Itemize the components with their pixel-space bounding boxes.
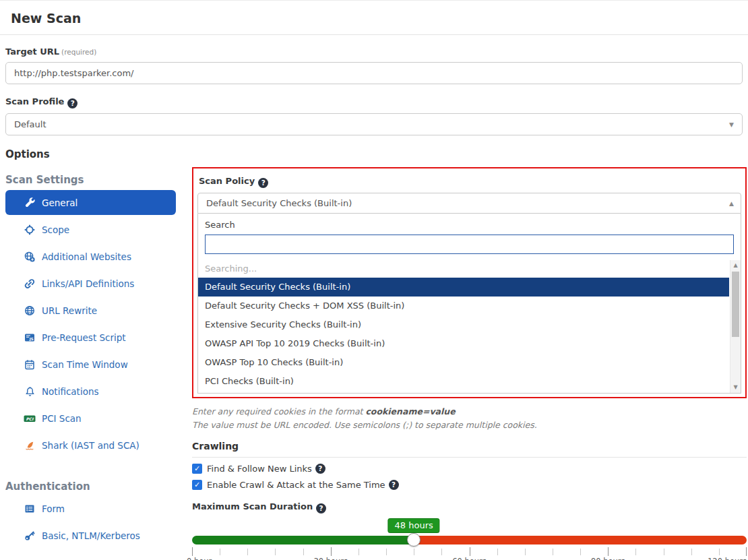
max-scan-duration-help-icon[interactable] — [316, 503, 326, 514]
new-scan-page: New Scan Target URL(required) Scan Profi… — [0, 0, 748, 560]
calendar-icon — [24, 359, 36, 371]
scan-profile-label-row: Scan Profile — [5, 94, 743, 108]
cookies-hint-line1: Enter any required cookies in the format… — [192, 405, 747, 418]
bell-icon — [24, 386, 36, 398]
crawl-attack-same-time-row: Enable Crawl & Attack at the Same Time — [192, 480, 747, 490]
max-scan-duration-row: Maximum Scan Duration — [192, 499, 747, 514]
scan-profile-help-icon[interactable] — [67, 98, 77, 108]
chevron-up-icon: ▲ — [729, 201, 734, 207]
sidebar-item-label: Scan Time Window — [42, 359, 128, 370]
scan-policy-option[interactable]: Default Security Checks (Built-in) — [198, 278, 729, 297]
svg-text:PCI: PCI — [26, 416, 34, 421]
sidebar-item-label: Notifications — [42, 386, 99, 397]
scan-policy-option[interactable]: PCI Checks (Built-in) — [198, 372, 729, 391]
tick-label: 90 hours — [591, 557, 625, 560]
sidebar-item-url-rewrite[interactable]: URL Rewrite — [5, 297, 192, 324]
chain-link-icon — [24, 278, 36, 290]
scan-policy-option[interactable]: OWASP Top 10 Checks (Built-in) — [198, 353, 729, 372]
crawl-attack-help-icon[interactable] — [389, 480, 399, 490]
sidebar-item-label: Additional Websites — [42, 251, 131, 262]
sidebar-item-general[interactable]: General — [5, 190, 176, 215]
slider-value-badge: 48 hours — [388, 518, 440, 533]
shark-fin-icon — [24, 440, 36, 452]
cookies-hint-line2: The value must be URL encoded. Use semic… — [192, 418, 747, 432]
searching-status: Searching... — [198, 260, 729, 278]
sidebar-item-label: General — [42, 197, 77, 208]
script-icon: JS — [24, 332, 36, 344]
scope-icon — [24, 224, 36, 236]
search-input[interactable] — [205, 235, 734, 254]
svg-text:JS: JS — [29, 337, 34, 342]
slider-handle[interactable] — [407, 533, 420, 547]
top-form: Target URL(required) Scan Profile Defaul… — [0, 35, 748, 160]
wrench-icon — [24, 197, 36, 208]
scan-profile-label: Scan Profile — [5, 96, 64, 106]
target-url-label-row: Target URL(required) — [5, 44, 743, 57]
checkbox-checked-icon[interactable] — [192, 480, 202, 490]
scan-policy-highlighted-section: Scan Policy Default Security Checks (Bui… — [192, 167, 747, 398]
settings-sidebar: Scan Settings General Scope Additional W… — [0, 167, 192, 560]
tick-label: 0 hour — [187, 557, 212, 560]
scan-duration-slider: 48 hours 0 hour 30 hours 60 hours 90 hou… — [192, 518, 747, 560]
scroll-down-icon[interactable]: ▼ — [730, 382, 741, 393]
general-settings-panel: Scan Policy Default Security Checks (Bui… — [192, 167, 748, 560]
scroll-up-icon[interactable]: ▲ — [730, 260, 741, 271]
scan-profile-select[interactable]: Default ▼ — [5, 113, 743, 135]
target-url-required-note: (required) — [61, 48, 96, 56]
globe-plus-icon — [24, 251, 36, 263]
search-label: Search — [205, 220, 734, 230]
sidebar-header-authentication: Authentication — [5, 474, 192, 495]
scan-policy-select[interactable]: Default Security Checks (Built-in) ▲ — [197, 193, 741, 214]
sidebar-item-shark[interactable]: Shark (IAST and SCA) — [5, 432, 192, 459]
sidebar-item-label: Pre-Request Script — [42, 332, 126, 343]
slider-track[interactable] — [192, 536, 747, 545]
sidebar-item-label: Scope — [42, 224, 69, 235]
page-title: New Scan — [11, 11, 737, 26]
scan-policy-option-list: Searching... Default Security Checks (Bu… — [198, 260, 741, 393]
tick-label: 120 hours — [708, 557, 747, 560]
sidebar-item-label: URL Rewrite — [42, 305, 97, 316]
checkbox-checked-icon[interactable] — [192, 464, 202, 474]
scan-policy-label-row: Scan Policy — [199, 174, 741, 188]
sidebar-item-scope[interactable]: Scope — [5, 216, 192, 243]
sidebar-item-links-api-definitions[interactable]: Links/API Definitions — [5, 270, 192, 297]
scan-policy-help-icon[interactable] — [258, 178, 268, 188]
options-heading: Options — [5, 148, 743, 160]
find-follow-links-label: Find & Follow New Links — [207, 464, 312, 474]
scan-policy-option[interactable]: Default Security Checks + DOM XSS (Built… — [198, 297, 729, 315]
cookies-hint: Enter any required cookies in the format… — [192, 405, 747, 432]
sidebar-item-label: Basic, NTLM/Kerberos — [42, 530, 140, 541]
tick-label: 30 hours — [313, 557, 348, 560]
scan-policy-selected-value: Default Security Checks (Built-in) — [206, 198, 352, 208]
find-follow-links-help-icon[interactable] — [315, 464, 325, 474]
scrollbar-thumb[interactable] — [732, 272, 739, 337]
sidebar-item-scan-time-window[interactable]: Scan Time Window — [5, 351, 192, 378]
page-header: New Scan — [0, 1, 748, 35]
key-icon — [24, 530, 36, 542]
crawling-heading: Crawling — [192, 441, 747, 458]
max-scan-duration-label: Maximum Scan Duration — [192, 501, 313, 511]
pci-badge-icon: PCI — [24, 413, 36, 425]
scan-policy-option[interactable]: Extensive Security Checks (Built-in) — [198, 315, 729, 334]
scan-policy-dropdown-panel: Search Searching... Default Security Che… — [197, 214, 741, 394]
scan-policy-option[interactable]: OWASP API Top 10 2019 Checks (Built-in) — [198, 334, 729, 353]
target-url-input[interactable] — [5, 62, 743, 84]
target-url-label: Target URL — [5, 46, 59, 57]
sidebar-item-pre-request-script[interactable]: JS Pre-Request Script — [5, 324, 192, 351]
sidebar-item-label: Shark (IAST and SCA) — [42, 440, 139, 451]
scan-profile-selected-value: Default — [14, 119, 46, 129]
dropdown-scrollbar[interactable]: ▲ ▼ — [730, 260, 741, 393]
globe-icon — [24, 305, 36, 317]
sidebar-item-basic-ntlm-kerberos[interactable]: Basic, NTLM/Kerberos — [5, 522, 192, 549]
scan-policy-label: Scan Policy — [199, 176, 255, 186]
sidebar-item-pci-scan[interactable]: PCI PCI Scan — [5, 405, 192, 432]
cookies-hint-format: cookiename=value — [365, 406, 455, 416]
sidebar-item-notifications[interactable]: Notifications — [5, 378, 192, 405]
scan-policy-search-area: Search — [198, 214, 741, 255]
sidebar-item-label: PCI Scan — [42, 413, 82, 424]
sidebar-item-form[interactable]: Form — [5, 495, 192, 522]
sidebar-item-label: Links/API Definitions — [42, 278, 134, 289]
sidebar-item-additional-websites[interactable]: Additional Websites — [5, 243, 192, 270]
find-follow-links-row: Find & Follow New Links — [192, 464, 747, 474]
chevron-down-icon: ▼ — [729, 122, 734, 128]
